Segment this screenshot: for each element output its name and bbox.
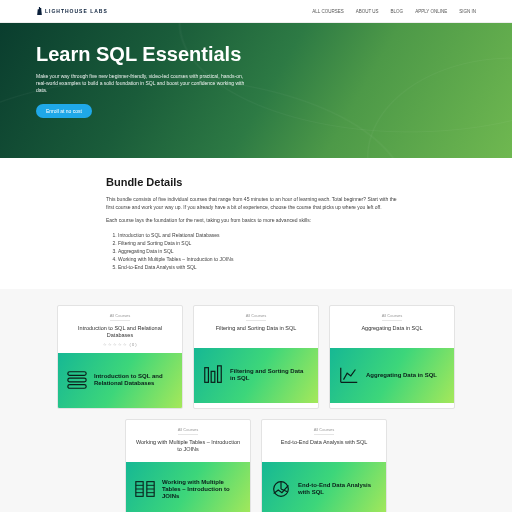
card-category: All Courses: [178, 427, 198, 435]
card-header: All Courses End-to-End Data Analysis wit…: [262, 420, 386, 462]
bundle-details: Bundle Details This bundle consists of f…: [0, 158, 512, 289]
card-title: Introduction to SQL and Relational Datab…: [66, 325, 174, 339]
details-paragraph-2: Each course lays the foundation for the …: [106, 217, 406, 225]
courses-section: All Courses Introduction to SQL and Rela…: [0, 289, 512, 513]
card-category: All Courses: [314, 427, 334, 435]
card-thumbnail: Working with Multiple Tables – Introduct…: [126, 462, 250, 512]
card-category: All Courses: [382, 313, 402, 321]
thumb-title: Working with Multiple Tables – Introduct…: [162, 479, 242, 500]
card-header: All Courses Filtering and Sorting Data i…: [194, 306, 318, 348]
nav-links: ALL COURSES ABOUT US BLOG APPLY ONLINE S…: [312, 9, 476, 14]
card-title: Filtering and Sorting Data in SQL: [216, 325, 297, 332]
list-item: End-to-End Data Analysis with SQL: [118, 263, 406, 271]
svg-rect-3: [205, 368, 209, 383]
lighthouse-icon: [36, 6, 43, 16]
rating-stars: ☆☆☆☆☆ (0): [103, 342, 138, 347]
thumb-title: End-to-End Data Analysis with SQL: [298, 482, 378, 496]
course-card[interactable]: All Courses End-to-End Data Analysis wit…: [261, 419, 387, 512]
card-category: All Courses: [246, 313, 266, 321]
list-item: Aggregating Data in SQL: [118, 247, 406, 255]
details-paragraph-1: This bundle consists of five individual …: [106, 196, 406, 211]
list-item: Working with Multiple Tables – Introduct…: [118, 255, 406, 263]
db-icon: [66, 369, 88, 391]
card-category: All Courses: [110, 313, 130, 321]
card-header: All Courses Working with Multiple Tables…: [126, 420, 250, 462]
nav-blog[interactable]: BLOG: [391, 9, 404, 14]
svg-rect-2: [68, 385, 86, 389]
card-thumbnail: Aggregating Data in SQL: [330, 348, 454, 403]
course-list: Introduction to SQL and Relational Datab…: [106, 231, 406, 271]
card-thumbnail: End-to-End Data Analysis with SQL: [262, 462, 386, 512]
nav-about[interactable]: ABOUT US: [356, 9, 379, 14]
svg-rect-5: [218, 366, 222, 383]
course-card[interactable]: All Courses Aggregating Data in SQL Aggr…: [329, 305, 455, 409]
svg-rect-4: [211, 371, 215, 382]
card-title: Aggregating Data in SQL: [361, 325, 422, 332]
card-header: All Courses Aggregating Data in SQL: [330, 306, 454, 348]
list-item: Filtering and Sorting Data in SQL: [118, 239, 406, 247]
card-title: End-to-End Data Analysis with SQL: [281, 439, 368, 446]
brand-text: LIGHTHOUSE LABS: [45, 8, 108, 14]
chart-icon: [338, 364, 360, 386]
course-grid: All Courses Introduction to SQL and Rela…: [36, 305, 476, 513]
course-card[interactable]: All Courses Introduction to SQL and Rela…: [57, 305, 183, 409]
card-thumbnail: Filtering and Sorting Data in SQL: [194, 348, 318, 403]
thumb-title: Introduction to SQL and Relational Datab…: [94, 373, 174, 387]
course-card[interactable]: All Courses Working with Multiple Tables…: [125, 419, 251, 512]
svg-rect-1: [68, 378, 86, 382]
navbar: LIGHTHOUSE LABS ALL COURSES ABOUT US BLO…: [0, 0, 512, 23]
brand-logo[interactable]: LIGHTHOUSE LABS: [36, 6, 108, 16]
hero-subtitle: Make your way through five new beginner-…: [36, 73, 246, 94]
filter-icon: [202, 364, 224, 386]
nav-signin[interactable]: SIGN IN: [459, 9, 476, 14]
nav-apply[interactable]: APPLY ONLINE: [415, 9, 447, 14]
hero-title: Learn SQL Essentials: [36, 43, 256, 65]
thumb-title: Aggregating Data in SQL: [366, 372, 437, 379]
card-title: Working with Multiple Tables – Introduct…: [134, 439, 242, 453]
list-item: Introduction to SQL and Relational Datab…: [118, 231, 406, 239]
nav-all-courses[interactable]: ALL COURSES: [312, 9, 343, 14]
hero: Learn SQL Essentials Make your way throu…: [0, 23, 512, 158]
enroll-button[interactable]: Enroll at no cost: [36, 104, 92, 118]
pie-icon: [270, 478, 292, 500]
course-card[interactable]: All Courses Filtering and Sorting Data i…: [193, 305, 319, 409]
details-heading: Bundle Details: [106, 176, 406, 188]
card-thumbnail: Introduction to SQL and Relational Datab…: [58, 353, 182, 408]
tables-icon: [134, 478, 156, 500]
thumb-title: Filtering and Sorting Data in SQL: [230, 368, 310, 382]
svg-rect-0: [68, 372, 86, 376]
card-header: All Courses Introduction to SQL and Rela…: [58, 306, 182, 353]
